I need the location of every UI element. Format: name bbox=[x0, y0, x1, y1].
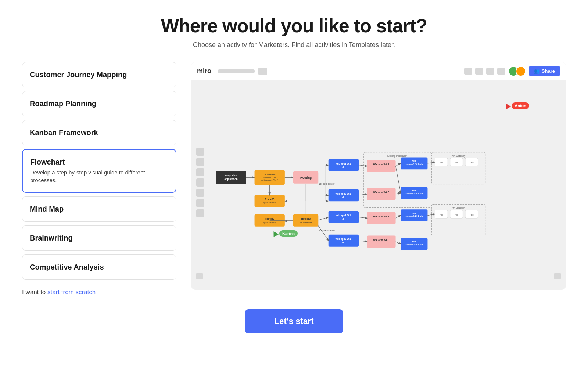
preview-panel: miro 👥 Share bbox=[191, 62, 566, 290]
svg-text:web-: web- bbox=[411, 241, 417, 243]
scratch-link[interactable]: start from scratch bbox=[47, 289, 96, 296]
tool-7[interactable] bbox=[196, 209, 204, 217]
svg-text:Route53: Route53 bbox=[301, 217, 311, 220]
svg-text:servers2-201-alb: servers2-201-alb bbox=[405, 243, 423, 246]
tool-6[interactable] bbox=[196, 199, 204, 207]
svg-text:1st data center: 1st data center bbox=[319, 183, 335, 185]
svg-rect-35 bbox=[367, 160, 396, 172]
svg-text:Pod: Pod bbox=[455, 162, 459, 164]
svg-text:Route53: Route53 bbox=[265, 198, 275, 201]
svg-line-96 bbox=[427, 214, 435, 216]
svg-rect-74 bbox=[367, 212, 396, 224]
left-panel: Customer Journey Mapping Roadmap Plannin… bbox=[22, 62, 176, 296]
svg-text:API Gateway: API Gateway bbox=[452, 206, 466, 209]
svg-text:Pod: Pod bbox=[470, 214, 474, 216]
svg-text:Wallarm WAF: Wallarm WAF bbox=[373, 191, 389, 194]
flowchart-diagram: Integration application CloudFront distr… bbox=[206, 84, 559, 281]
svg-text:distribution for: distribution for bbox=[263, 176, 276, 178]
toolbar-sq-1 bbox=[258, 68, 267, 75]
toolbar-sq-2[interactable] bbox=[464, 68, 472, 75]
page-container: Where would you like to start? Choose an… bbox=[0, 0, 588, 348]
svg-line-46 bbox=[359, 194, 367, 195]
tool-5[interactable] bbox=[196, 189, 204, 197]
svg-text:Pod: Pod bbox=[455, 214, 459, 216]
canvas-bottom-right bbox=[554, 273, 561, 279]
corner-sq-left[interactable] bbox=[196, 273, 203, 279]
svg-text:alb: alb bbox=[342, 166, 345, 169]
svg-rect-43 bbox=[367, 188, 396, 200]
svg-text:servers1-201-alb: servers1-201-alb bbox=[405, 215, 423, 217]
toolbar-sq-4[interactable] bbox=[486, 68, 494, 75]
tool-2[interactable] bbox=[196, 158, 204, 166]
svg-text:web-: web- bbox=[411, 189, 417, 192]
svg-text:web-: web- bbox=[411, 160, 417, 162]
activity-item-customer-journey[interactable]: Customer Journey Mapping bbox=[22, 62, 176, 87]
svg-rect-88 bbox=[431, 204, 485, 236]
activity-title: Competitive Analysis bbox=[30, 263, 169, 271]
svg-text:API Gateway: API Gateway bbox=[452, 155, 466, 158]
svg-rect-27 bbox=[329, 189, 359, 201]
toolbar-sq-5[interactable] bbox=[497, 68, 505, 75]
svg-text:web-app2-201-: web-app2-201- bbox=[335, 238, 352, 241]
activity-item-kanban[interactable]: Kanban Framework bbox=[22, 120, 176, 145]
share-button[interactable]: 👥 Share bbox=[529, 66, 560, 76]
svg-text:Wallarm WAF: Wallarm WAF bbox=[373, 215, 389, 218]
activity-item-flowchart[interactable]: Flowchart Develop a step-by-step visual … bbox=[22, 149, 176, 193]
scratch-row: I want to start from scratch bbox=[22, 289, 176, 296]
tool-3[interactable] bbox=[196, 168, 204, 176]
svg-text:alb: alb bbox=[342, 218, 345, 220]
toolbar-sq-3[interactable] bbox=[475, 68, 483, 75]
activity-item-brainwriting[interactable]: Brainwriting bbox=[22, 225, 176, 251]
activity-item-mindmap[interactable]: Mind Map bbox=[22, 196, 176, 222]
activity-title: Brainwriting bbox=[30, 234, 169, 242]
svg-text:alb: alb bbox=[342, 241, 345, 244]
svg-line-86 bbox=[396, 216, 401, 218]
canvas-bottom-left bbox=[196, 273, 203, 279]
svg-line-87 bbox=[396, 242, 401, 244]
svg-text:Wallarm WAF: Wallarm WAF bbox=[373, 239, 389, 241]
bottom-btn-row: Let's start bbox=[245, 309, 343, 333]
activity-title: Flowchart bbox=[30, 158, 168, 166]
svg-text:Pod: Pod bbox=[440, 162, 444, 164]
activity-item-competitive[interactable]: Competitive Analysis bbox=[22, 254, 176, 280]
svg-text:CloudFront: CloudFront bbox=[264, 173, 276, 176]
activity-title: Roadmap Planning bbox=[30, 100, 169, 108]
lets-start-button[interactable]: Let's start bbox=[245, 309, 343, 333]
page-title: Where would you like to start? bbox=[161, 15, 427, 37]
svg-text:api.team.com/*key*: api.team.com/*key* bbox=[261, 179, 279, 181]
miro-toolbar: miro 👥 Share bbox=[191, 62, 566, 80]
scratch-prefix: I want to bbox=[22, 289, 47, 296]
svg-text:Route53: Route53 bbox=[265, 217, 275, 220]
svg-rect-76 bbox=[367, 235, 396, 248]
svg-text:Wallarm WAF: Wallarm WAF bbox=[373, 163, 389, 166]
svg-rect-71 bbox=[293, 214, 319, 227]
tool-1[interactable] bbox=[196, 148, 204, 156]
activity-desc: Develop a step-by-step visual guide to d… bbox=[30, 169, 168, 184]
corner-sq-right[interactable] bbox=[554, 273, 561, 279]
page-subtitle: Choose an activity for Marketers. Find a… bbox=[161, 41, 427, 49]
svg-line-45 bbox=[359, 165, 367, 166]
svg-text:Routing: Routing bbox=[300, 176, 312, 180]
activity-title: Kanban Framework bbox=[30, 129, 169, 137]
canvas-area: Anton Karina Integration bbox=[191, 80, 566, 285]
svg-rect-24 bbox=[329, 159, 359, 171]
svg-text:web-: web- bbox=[411, 212, 417, 214]
activity-title: Mind Map bbox=[30, 205, 169, 213]
svg-text:Pod: Pod bbox=[440, 214, 444, 216]
svg-line-85 bbox=[359, 241, 367, 242]
svg-text:alb: alb bbox=[342, 196, 345, 199]
activity-item-roadmap[interactable]: Roadmap Planning bbox=[22, 91, 176, 116]
tool-4[interactable] bbox=[196, 178, 204, 187]
svg-text:application: application bbox=[225, 178, 238, 181]
svg-line-84 bbox=[359, 217, 367, 218]
svg-line-49 bbox=[396, 193, 401, 194]
svg-text:Integration: Integration bbox=[225, 174, 237, 177]
miro-logo: miro bbox=[197, 67, 211, 75]
svg-line-58 bbox=[427, 162, 435, 163]
people-icon: 👥 bbox=[534, 68, 540, 74]
svg-rect-50 bbox=[431, 152, 485, 184]
svg-rect-62 bbox=[329, 235, 359, 247]
svg-text:web-app1-201-: web-app1-201- bbox=[335, 214, 352, 217]
avatar-icons bbox=[508, 66, 526, 76]
svg-text:servers1-101-alb: servers1-101-alb bbox=[405, 163, 423, 165]
